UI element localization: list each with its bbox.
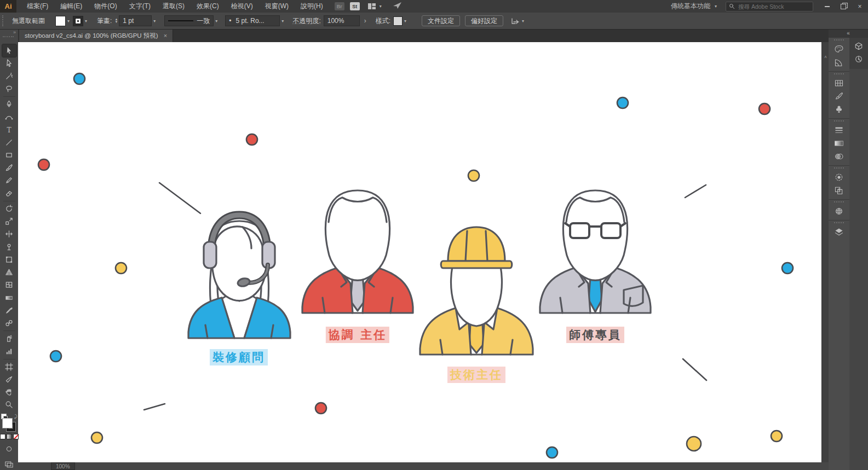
stroke-profile-dropdown[interactable]: 一致 [164,15,214,26]
lasso-tool[interactable] [2,83,16,95]
mesh-tool[interactable] [2,278,16,291]
stroke-weight-value[interactable]: 1 pt [119,15,152,26]
menu-effect[interactable]: 效果(C) [191,0,225,13]
screen-mode-button[interactable] [5,460,13,470]
magic-wand-tool[interactable] [2,69,16,82]
close-button[interactable]: × [852,0,868,13]
stroke-weight-stepper[interactable]: ▲▼ [114,18,118,24]
panel-grip[interactable] [834,73,844,76]
rectangle-tool[interactable] [2,149,16,161]
stroke-color-swatch[interactable] [73,16,83,26]
zoom-level[interactable]: 100% [51,462,75,470]
perspective-grid-tool[interactable] [2,266,16,278]
search-input[interactable] [737,3,805,10]
fill-stroke-control[interactable]: ⤸ [1,414,18,431]
zoom-tool[interactable] [2,398,16,411]
gradient-panel-icon[interactable] [829,137,849,150]
eyedropper-tool[interactable] [2,304,16,317]
stock-search-box[interactable] [726,2,813,11]
menu-file[interactable]: 檔案(F) [21,0,54,13]
curvature-tool[interactable] [2,111,16,123]
opacity-more-arrow[interactable]: › [364,17,366,25]
globe-panel-icon[interactable] [829,205,849,218]
bridge-icon[interactable]: Br [335,2,344,10]
label-technician[interactable]: 技術主任 [447,367,505,383]
brush-dropdown[interactable]: • 5 pt. Ro... [225,15,280,26]
hand-tool[interactable] [2,386,16,398]
transparency-panel-icon[interactable] [829,150,849,163]
pen-tool[interactable] [2,98,16,111]
character-specialist[interactable] [540,190,651,313]
menu-edit[interactable]: 編輯(E) [54,0,88,13]
label-consultant[interactable]: 裝修顧問 [210,349,268,365]
symbols-panel-icon[interactable] [829,103,849,116]
swap-fill-stroke-icon[interactable]: ⤸ [14,414,17,420]
minimize-button[interactable] [819,0,835,13]
chevron-down-icon[interactable]: ▾ [281,19,284,24]
chevron-down-icon[interactable]: ▾ [153,19,156,24]
restore-button[interactable] [835,0,852,13]
tab-close-icon[interactable]: × [164,32,167,39]
brushes-panel-icon[interactable] [829,90,849,103]
character-coordinator[interactable] [302,190,413,313]
menu-select[interactable]: 選取(S) [157,0,191,13]
menu-type[interactable]: 文字(T) [123,0,157,13]
blend-tool[interactable] [2,317,16,329]
character-consultant[interactable] [188,215,290,338]
column-graph-tool[interactable] [2,345,16,357]
type-tool[interactable]: T [2,123,16,136]
menu-window[interactable]: 視窗(W) [259,0,295,13]
puppet-warp-tool[interactable] [2,241,16,253]
pencil-tool[interactable] [2,174,16,187]
share-plane-icon[interactable] [393,2,402,11]
preferences-button[interactable]: 偏好設定 [465,15,503,26]
scale-tool[interactable] [2,215,16,228]
artboard-tool[interactable] [2,361,16,373]
draw-mode-button[interactable] [5,445,13,455]
collapse-dock-icon[interactable]: « [829,29,868,38]
gradient-button[interactable] [7,434,12,439]
style-swatch[interactable] [393,16,403,26]
panel-grip[interactable] [834,201,844,204]
width-tool[interactable] [2,228,16,240]
artboard-canvas[interactable]: 裝修顧問 協調 主任 技術主任 師傅專員 [18,42,821,462]
libraries-panel-icon[interactable] [849,39,868,53]
color-guide-panel-icon[interactable] [829,56,849,69]
selection-tool[interactable] [2,44,16,57]
document-tab[interactable]: storyboard v2_cs4.ai @ 100% (RGB/GPU 預視)… [19,29,173,42]
stock-icon[interactable]: St [350,2,360,10]
fill-indicator[interactable] [2,418,13,428]
document-setup-button[interactable]: 文件設定 [422,15,460,26]
workspace-switcher[interactable]: 傳統基本功能 ▾ [671,2,720,11]
color-button[interactable] [0,434,5,439]
artboards-panel-icon[interactable] [829,184,849,197]
line-segment-tool[interactable] [2,136,16,149]
expand-toolbar-icon[interactable]: » [13,30,16,35]
appearance-panel-icon[interactable] [829,171,849,184]
align-options[interactable]: ▾ [511,17,527,25]
none-button[interactable] [13,434,19,439]
symbol-sprayer-tool[interactable] [2,332,16,345]
label-coordinator[interactable]: 協調 主任 [326,327,389,343]
eraser-tool[interactable] [2,187,16,200]
toolbar-header[interactable]: » [0,29,18,42]
rotate-tool[interactable] [2,202,16,215]
swatches-panel-icon[interactable] [829,77,849,90]
chevron-down-icon[interactable]: ▾ [67,19,70,24]
stroke-panel-icon[interactable] [829,124,849,137]
panel-grip[interactable] [834,39,844,42]
menu-object[interactable]: 物件(O) [88,0,123,13]
panel-grip[interactable] [834,167,844,170]
opacity-value[interactable]: 100% [324,15,360,26]
paintbrush-tool[interactable] [2,161,16,174]
label-specialist[interactable]: 師傅專員 [566,327,624,343]
document-layout-icon[interactable]: ▾ [367,3,385,10]
chevron-down-icon[interactable]: ▾ [85,19,87,24]
color-panel-icon[interactable] [829,43,849,56]
menu-help[interactable]: 說明(H) [295,0,329,13]
opacity-label[interactable]: 不透明度: [292,16,320,26]
free-transform-tool[interactable] [2,253,16,266]
gradient-tool[interactable] [2,291,16,304]
panel-grip[interactable] [834,222,844,224]
vertical-scrollbar[interactable]: ʌ [821,42,829,462]
